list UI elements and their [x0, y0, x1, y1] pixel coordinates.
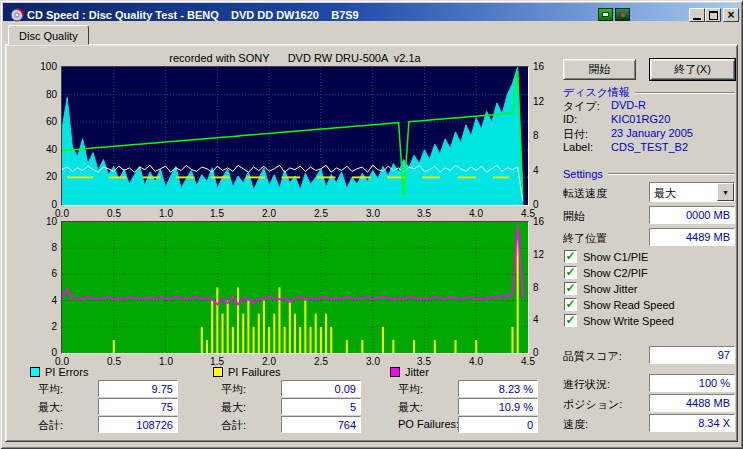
minimize-icon [693, 18, 701, 20]
checkbox-label: Show C1/PIE [583, 251, 648, 263]
tab-disc-quality[interactable]: Disc Quality [8, 25, 89, 45]
disc-date-value: 23 January 2005 [611, 127, 693, 139]
pi-failures-legend: PI Failures [213, 366, 281, 378]
pi-failures-avg-value: 0.09 [281, 380, 361, 397]
axis-tick-label: 1.5 [202, 208, 232, 219]
app-window: CD Speed : Disc Quality Test - BENQ DVD … [0, 0, 743, 449]
checkbox-show-read-speed[interactable]: ✓ Show Read Speed [564, 298, 675, 311]
speed-value: 8.34 X [649, 414, 735, 432]
transfer-speed-label: 転送速度 [563, 186, 607, 201]
axis-tick-label: 2.5 [306, 208, 336, 219]
checkbox-label: Show Read Speed [583, 299, 675, 311]
pi-failures-legend-label: PI Failures [228, 366, 281, 378]
start-position-label: 開始 [563, 209, 585, 224]
jitter-swatch-icon [390, 367, 400, 377]
axis-tick-label: 0.5 [99, 356, 129, 367]
axis-tick-label: 60 [46, 116, 57, 127]
axis-tick-label: 4.0 [461, 208, 491, 219]
disc-info-header-label: ディスク情報 [563, 85, 630, 100]
pi-failures-total-value: 764 [281, 416, 361, 433]
titlebar-dark-green-icon[interactable] [615, 8, 630, 21]
pi-errors-avg-label: 平均: [38, 382, 63, 397]
axis-tick-label: 3.0 [358, 356, 388, 367]
jitter-legend: Jitter [390, 366, 429, 378]
disc-info-section-header: ディスク情報 [563, 85, 735, 100]
titlebar-green-icon[interactable] [598, 8, 613, 21]
maximize-button[interactable] [705, 8, 721, 22]
pi-failures-swatch-icon [213, 367, 223, 377]
po-failures-label: PO Failures: [398, 418, 459, 430]
position-label: ポジション: [563, 397, 622, 412]
jitter-legend-label: Jitter [405, 366, 429, 378]
minimize-button[interactable] [689, 8, 705, 22]
titlebar[interactable]: CD Speed : Disc Quality Test - BENQ DVD … [3, 3, 740, 21]
pi-errors-plot [62, 67, 528, 205]
axis-tick-label: 2.0 [254, 208, 284, 219]
axis-tick-label: 3.5 [409, 208, 439, 219]
transfer-speed-value: 最大 [650, 183, 717, 201]
disc-date-label: 日付: [563, 127, 588, 142]
jitter-left-axis: 1086420 [28, 222, 57, 353]
axis-tick-label: 0.5 [99, 208, 129, 219]
checkbox-show-write-speed[interactable]: ✓ Show Write Speed [564, 314, 674, 327]
axis-tick-label: 2 [51, 321, 57, 332]
checkbox-label: Show C2/PIF [583, 267, 648, 279]
pi-errors-legend: PI Errors [30, 366, 88, 378]
axis-tick-label: 40 [46, 144, 57, 155]
start-position-field[interactable]: 0000 MB [649, 206, 735, 224]
disc-id-label: ID: [563, 113, 577, 125]
axis-tick-label: 4 [51, 295, 57, 306]
disc-label-label: Label: [563, 141, 593, 153]
axis-tick-label: 12 [533, 96, 544, 107]
check-icon: ✓ [565, 250, 576, 262]
pi-errors-total-label: 合計: [38, 418, 63, 433]
checkbox-show-c1-pie[interactable]: ✓ Show C1/PIE [564, 250, 648, 263]
checkbox-show-c2-pif[interactable]: ✓ Show C2/PIF [564, 266, 648, 279]
pi-failures-max-value: 5 [281, 398, 361, 415]
pi-failures-avg-label: 平均: [221, 382, 246, 397]
axis-tick-label: 3.0 [358, 208, 388, 219]
disc-type-label: タイプ: [563, 99, 600, 114]
checkbox-icon: ✓ [564, 314, 577, 327]
axis-tick-label: 8 [533, 130, 539, 141]
exit-button[interactable]: 終了(X) [650, 59, 735, 80]
pi-errors-legend-label: PI Errors [45, 366, 88, 378]
pi-errors-swatch-icon [30, 367, 40, 377]
axis-tick-label: 12 [533, 249, 544, 260]
chevron-down-icon[interactable]: ▼ [717, 183, 734, 201]
divider [608, 173, 735, 175]
checkbox-show-jitter[interactable]: ✓ Show Jitter [564, 282, 637, 295]
axis-tick-label: 80 [46, 89, 57, 100]
pi-failures-total-label: 合計: [221, 418, 246, 433]
axis-tick-label: 4.5 [513, 356, 543, 367]
axis-tick-label: 20 [46, 171, 57, 182]
jitter-max-value: 10.9 % [458, 398, 538, 415]
pi-errors-max-value: 75 [98, 398, 178, 415]
checkbox-icon: ✓ [564, 266, 577, 279]
end-position-label: 終了位置 [563, 231, 607, 246]
axis-tick-label: 4 [533, 165, 539, 176]
end-position-field[interactable]: 4489 MB [649, 228, 735, 246]
transfer-speed-select[interactable]: 最大 ▼ [649, 182, 735, 202]
checkbox-icon: ✓ [564, 282, 577, 295]
pi-errors-avg-value: 9.75 [98, 380, 178, 397]
jitter-x-axis: 0.00.51.01.52.02.53.03.54.04.5 [62, 356, 528, 368]
close-icon: × [727, 10, 734, 20]
settings-section-header: Settings [563, 168, 735, 180]
check-icon: ✓ [565, 266, 576, 278]
axis-tick-label: 4.0 [461, 356, 491, 367]
pi-errors-max-label: 最大: [38, 400, 63, 415]
app-icon [10, 8, 24, 22]
axis-tick-label: 16 [533, 61, 544, 72]
disc-type-value: DVD-R [611, 99, 646, 111]
pi-errors-right-axis: 1612840 [533, 67, 557, 205]
po-failures-value: 0 [458, 416, 538, 433]
progress-label: 進行状況: [563, 377, 610, 392]
pi-errors-total-value: 108726 [98, 416, 178, 433]
speed-label: 速度: [563, 417, 588, 432]
tab-label: Disc Quality [19, 30, 78, 42]
start-button[interactable]: 開始 [563, 59, 636, 80]
close-button[interactable]: × [723, 8, 739, 22]
settings-header-label: Settings [563, 168, 603, 180]
recorded-with-text: recorded with SONY DVD RW DRU-500A v2.1a [62, 52, 528, 64]
